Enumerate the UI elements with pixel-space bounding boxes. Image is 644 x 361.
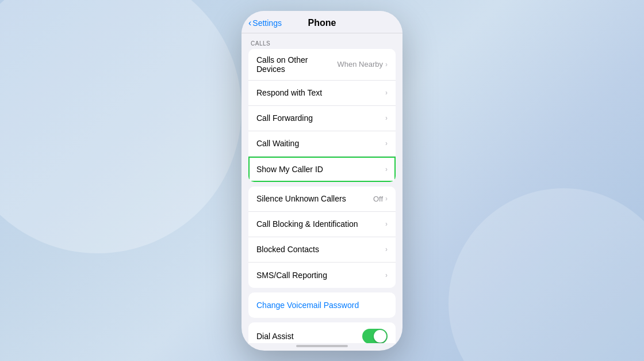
sms-call-reporting-right: › xyxy=(385,271,388,279)
row-respond-with-text[interactable]: Respond with Text › xyxy=(248,81,396,106)
calls-on-other-devices-right: When Nearby › xyxy=(338,60,388,69)
navigation-bar: ‹ Settings Phone xyxy=(241,11,402,33)
call-forwarding-chevron-icon: › xyxy=(385,114,388,122)
row-silence-unknown-callers[interactable]: Silence Unknown Callers Off › xyxy=(248,187,396,212)
sms-call-reporting-label: SMS/Call Reporting xyxy=(256,271,385,280)
show-caller-id-chevron-icon: › xyxy=(385,165,388,173)
blocked-contacts-chevron-icon: › xyxy=(385,245,388,253)
voicemail-group: Change Voicemail Password xyxy=(248,292,396,318)
show-caller-id-right: › xyxy=(385,165,388,173)
row-change-voicemail-password[interactable]: Change Voicemail Password xyxy=(248,292,396,318)
dial-assist-toggle-container xyxy=(362,329,388,343)
dial-assist-group: Dial Assist Dial assist automatically de… xyxy=(248,322,396,343)
dial-assist-toggle[interactable] xyxy=(362,329,388,343)
back-button[interactable]: ‹ Settings xyxy=(248,18,282,28)
show-caller-id-label: Show My Caller ID xyxy=(256,165,385,174)
respond-with-text-chevron-icon: › xyxy=(385,89,388,97)
row-show-caller-id[interactable]: Show My Caller ID › xyxy=(248,157,396,182)
calls-group: Calls on Other Devices When Nearby › Res… xyxy=(248,49,396,182)
back-label: Settings xyxy=(252,18,282,28)
row-dial-assist[interactable]: Dial Assist xyxy=(248,322,396,343)
call-forwarding-label: Call Forwarding xyxy=(256,113,385,123)
call-blocking-identification-right: › xyxy=(385,220,388,228)
respond-with-text-label: Respond with Text xyxy=(256,88,385,97)
blocked-contacts-right: › xyxy=(385,245,388,253)
call-forwarding-right: › xyxy=(385,114,388,122)
phone-settings-screen: ‹ Settings Phone CALLS Calls on Other De… xyxy=(241,11,402,351)
call-blocking-identification-chevron-icon: › xyxy=(385,220,388,228)
nav-title: Phone xyxy=(308,18,336,28)
home-indicator xyxy=(296,345,348,347)
call-waiting-chevron-icon: › xyxy=(385,139,388,147)
blocked-contacts-label: Blocked Contacts xyxy=(256,245,385,254)
calls-on-other-devices-chevron-icon: › xyxy=(385,60,388,69)
row-blocked-contacts[interactable]: Blocked Contacts › xyxy=(248,237,396,263)
blocking-group: Silence Unknown Callers Off › Call Block… xyxy=(248,187,396,288)
calls-on-other-devices-value: When Nearby xyxy=(338,60,383,69)
call-waiting-right: › xyxy=(385,139,388,147)
call-waiting-label: Call Waiting xyxy=(256,139,385,148)
sms-call-reporting-chevron-icon: › xyxy=(385,271,388,279)
silence-unknown-callers-chevron-icon: › xyxy=(385,195,388,203)
silence-unknown-callers-value: Off xyxy=(373,195,383,203)
calls-section-label: CALLS xyxy=(241,33,402,49)
silence-unknown-callers-right: Off › xyxy=(373,195,388,203)
calls-on-other-devices-label: Calls on Other Devices xyxy=(256,55,338,74)
call-blocking-identification-label: Call Blocking & Identification xyxy=(256,219,385,229)
scroll-content[interactable]: CALLS Calls on Other Devices When Nearby… xyxy=(241,33,402,343)
silence-unknown-callers-label: Silence Unknown Callers xyxy=(256,194,373,203)
dial-assist-label: Dial Assist xyxy=(256,332,362,341)
row-call-blocking-identification[interactable]: Call Blocking & Identification › xyxy=(248,212,396,237)
respond-with-text-right: › xyxy=(385,89,388,97)
row-sms-call-reporting[interactable]: SMS/Call Reporting › xyxy=(248,263,396,288)
change-voicemail-password-label: Change Voicemail Password xyxy=(256,301,388,310)
back-chevron-icon: ‹ xyxy=(248,18,251,28)
row-calls-on-other-devices[interactable]: Calls on Other Devices When Nearby › xyxy=(248,49,396,81)
row-call-waiting[interactable]: Call Waiting › xyxy=(248,131,396,157)
row-call-forwarding[interactable]: Call Forwarding › xyxy=(248,106,396,131)
